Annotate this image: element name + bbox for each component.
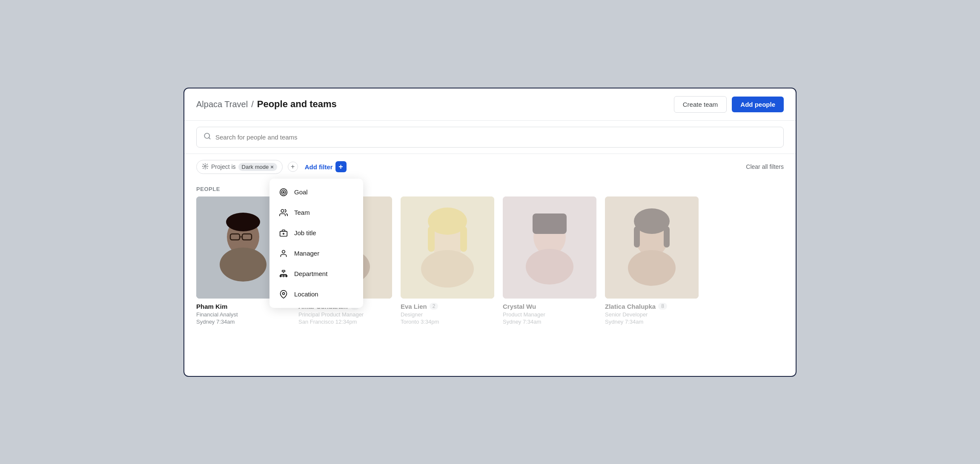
breadcrumb-separator: / bbox=[251, 100, 254, 109]
person-photo-zlatica-chalupka bbox=[605, 196, 699, 299]
breadcrumb: Alpaca Travel / People and teams bbox=[196, 99, 337, 110]
department-icon bbox=[279, 269, 288, 279]
person-role-eva-lien: Designer bbox=[401, 311, 494, 318]
person-badge-eva: 2 bbox=[430, 303, 438, 310]
svg-rect-32 bbox=[428, 226, 435, 252]
svg-point-5 bbox=[283, 191, 284, 193]
filter-option-goal-label: Goal bbox=[294, 188, 308, 196]
svg-point-16 bbox=[283, 292, 285, 294]
filter-option-job-title-label: Job title bbox=[294, 229, 316, 236]
location-icon bbox=[279, 290, 288, 299]
create-team-button[interactable]: Create team bbox=[674, 96, 727, 113]
project-filter-label: Project is bbox=[211, 163, 236, 170]
team-icon bbox=[279, 208, 288, 217]
svg-rect-43 bbox=[664, 226, 670, 248]
person-role-amar-sundaram: Principal Product Manager bbox=[298, 311, 392, 318]
header: Alpaca Travel / People and teams Create … bbox=[184, 88, 796, 121]
filter-option-team-label: Team bbox=[294, 209, 310, 216]
search-container bbox=[184, 121, 796, 154]
person-name-zlatica-chalupka: Zlatica Chalupka 8 bbox=[605, 303, 699, 310]
svg-point-23 bbox=[226, 213, 260, 231]
filter-option-location-label: Location bbox=[294, 290, 318, 298]
person-meta-eva-lien: Toronto 3:34pm bbox=[401, 319, 494, 325]
filter-option-job-title[interactable]: Job title bbox=[269, 223, 363, 243]
person-card-zlatica-chalupka[interactable]: Zlatica Chalupka 8 Senior Developer Sydn… bbox=[605, 196, 699, 325]
svg-point-6 bbox=[281, 209, 284, 212]
remove-filter-button[interactable]: × bbox=[270, 164, 274, 170]
filter-bar: Project is Dark mode × + Add filter + Cl… bbox=[184, 154, 796, 180]
filter-option-location[interactable]: Location bbox=[269, 284, 363, 305]
svg-rect-13 bbox=[283, 275, 284, 276]
filter-option-department[interactable]: Department bbox=[269, 264, 363, 284]
search-icon bbox=[203, 132, 211, 142]
person-meta-zlatica-chalupka: Sydney 7:34am bbox=[605, 319, 699, 325]
person-role-crystal-wu: Product Manager bbox=[503, 311, 596, 318]
person-name-eva-lien: Eva Lien 2 bbox=[401, 303, 494, 310]
person-meta-crystal-wu: Sydney 7:34am bbox=[503, 319, 596, 325]
person-card-eva-lien[interactable]: Eva Lien 2 Designer Toronto 3:34pm bbox=[401, 196, 494, 325]
person-meta-pham-kim: Sydney 7:34am bbox=[196, 319, 290, 325]
filter-option-manager-label: Manager bbox=[294, 250, 319, 257]
person-photo-eva-lien bbox=[401, 196, 494, 299]
search-input[interactable] bbox=[215, 134, 777, 141]
svg-rect-42 bbox=[634, 226, 640, 248]
person-name-crystal-wu: Crystal Wu bbox=[503, 303, 596, 310]
manager-icon bbox=[279, 249, 288, 258]
clear-all-filters-button[interactable]: Clear all filters bbox=[746, 163, 784, 170]
breadcrumb-parent: Alpaca Travel bbox=[196, 100, 248, 109]
header-actions: Create team Add people bbox=[674, 96, 784, 113]
person-meta-amar-sundaram: San Francisco 12:34pm bbox=[298, 319, 392, 325]
svg-line-1 bbox=[209, 137, 210, 139]
person-role-zlatica-chalupka: Senior Developer bbox=[605, 311, 699, 318]
person-photo-crystal-wu bbox=[503, 196, 596, 299]
job-title-icon bbox=[279, 228, 288, 238]
person-role-pham-kim: Financial Analyst bbox=[196, 311, 290, 318]
filter-dropdown: Goal Team Job title bbox=[269, 179, 363, 308]
app-window: Alpaca Travel / People and teams Create … bbox=[183, 88, 797, 377]
svg-point-30 bbox=[421, 250, 474, 288]
filter-option-goal[interactable]: Goal bbox=[269, 182, 363, 202]
person-badge-zlatica: 8 bbox=[658, 303, 667, 310]
svg-point-4 bbox=[281, 190, 286, 194]
svg-point-2 bbox=[204, 165, 206, 167]
project-filter-icon bbox=[202, 163, 209, 171]
svg-point-10 bbox=[282, 250, 285, 253]
svg-point-19 bbox=[220, 248, 266, 282]
add-filter-button[interactable]: Add filter + bbox=[305, 161, 347, 172]
filter-option-department-label: Department bbox=[294, 270, 327, 277]
filter-option-manager[interactable]: Manager bbox=[269, 243, 363, 264]
search-bar[interactable] bbox=[196, 127, 784, 148]
add-filter-label: Add filter bbox=[305, 163, 333, 171]
svg-point-36 bbox=[526, 249, 573, 285]
goal-icon bbox=[279, 188, 288, 197]
filter-option-team[interactable]: Team bbox=[269, 202, 363, 223]
project-filter-value: Dark mode × bbox=[238, 163, 277, 171]
add-filter-icon: + bbox=[335, 161, 347, 172]
add-filter-plus-button[interactable]: + bbox=[288, 162, 298, 172]
project-filter-chip[interactable]: Project is Dark mode × bbox=[196, 160, 283, 174]
add-people-button[interactable]: Add people bbox=[732, 97, 784, 112]
page-title: People and teams bbox=[257, 99, 337, 110]
svg-rect-37 bbox=[533, 213, 567, 234]
person-card-crystal-wu[interactable]: Crystal Wu Product Manager Sydney 7:34am bbox=[503, 196, 596, 325]
svg-rect-33 bbox=[460, 226, 467, 252]
svg-point-40 bbox=[628, 250, 676, 286]
